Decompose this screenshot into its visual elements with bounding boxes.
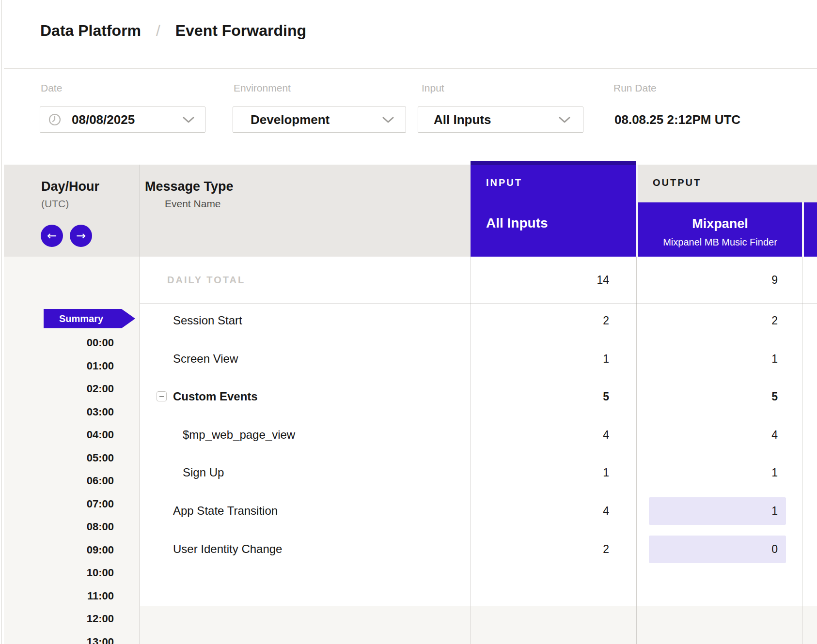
- input-count-cell: 5: [480, 389, 609, 404]
- input-count-cell: 4: [480, 427, 609, 443]
- daily-total-input-value: 14: [480, 272, 609, 288]
- output-count-cell: 2: [646, 313, 778, 328]
- message-input-column-divider: [471, 257, 471, 644]
- daily-total-separator: [140, 304, 817, 304]
- input-count-cell: 4: [480, 503, 609, 519]
- output-count-cell: 4: [646, 427, 778, 443]
- day-hour-column-subtitle: (UTC): [41, 198, 69, 210]
- mixpanel-output-subtitle: Mixpanel MB Music Finder: [638, 236, 802, 248]
- date-dropdown-value: 08/08/2025: [72, 107, 135, 133]
- row-label: User Identity Change: [173, 541, 282, 557]
- message-type-column-title: Message Type: [145, 179, 234, 194]
- input-output-column-divider: [636, 257, 637, 644]
- environment-chevron-down-icon: [382, 117, 394, 123]
- input-column-name: All Inputs: [486, 215, 548, 232]
- output-count-cell: 1: [646, 465, 778, 480]
- next-output-header-partial[interactable]: [804, 202, 817, 257]
- input-column-header[interactable]: [471, 161, 636, 257]
- row-label: Sign Up: [183, 464, 224, 481]
- breadcrumb-section[interactable]: Data Platform: [40, 22, 141, 39]
- input-filter-label: Input: [422, 81, 444, 95]
- hour-label-1300[interactable]: 13:00: [4, 635, 114, 644]
- input-dropdown-value: All Inputs: [434, 107, 491, 133]
- environment-filter-label: Environment: [234, 81, 291, 95]
- clock-icon: [48, 113, 61, 126]
- next-day-button[interactable]: →: [70, 225, 92, 247]
- row-label: Session Start: [173, 312, 242, 329]
- hour-label-0100[interactable]: 01:00: [4, 359, 114, 373]
- collapse-icon[interactable]: [157, 391, 167, 401]
- input-count-cell: 1: [480, 351, 609, 367]
- output-count-cell: 1: [646, 351, 778, 367]
- date-chevron-down-icon: [182, 117, 195, 123]
- breadcrumb-divider: /: [145, 22, 171, 39]
- previous-day-button[interactable]: ←: [41, 225, 63, 247]
- header-divider: [4, 68, 817, 69]
- hour-label-0300[interactable]: 03:00: [4, 405, 114, 419]
- output-columns-divider: [802, 257, 802, 644]
- breadcrumb: Data Platform / Event Forwarding: [40, 19, 306, 42]
- row-label: App State Transition: [173, 503, 278, 519]
- input-count-cell: 1: [480, 465, 609, 480]
- minus-glyph: [159, 396, 164, 397]
- hour-label-0400[interactable]: 04:00: [4, 428, 114, 442]
- environment-dropdown-value: Development: [251, 107, 330, 133]
- summary-row-badge[interactable]: Summary: [44, 309, 135, 328]
- hour-label-0500[interactable]: 05:00: [4, 451, 114, 465]
- hour-label-0900[interactable]: 09:00: [4, 543, 114, 557]
- hour-label-0000[interactable]: 00:00: [4, 336, 114, 350]
- hour-label-0800[interactable]: 08:00: [4, 520, 114, 534]
- event-forwarding-page: Data Platform / Event Forwarding Date En…: [0, 0, 817, 644]
- output-count-cell: 5: [646, 389, 778, 404]
- run-date-label: Run Date: [613, 81, 657, 95]
- rail-column-divider: [140, 165, 140, 644]
- daily-total-label: DAILY TOTAL: [167, 273, 245, 287]
- below-rows-panel: [4, 606, 817, 644]
- input-column-eyebrow: INPUT: [486, 176, 522, 189]
- hour-label-0200[interactable]: 02:00: [4, 382, 114, 396]
- mixpanel-output-name: Mixpanel: [638, 215, 802, 232]
- input-chevron-down-icon: [558, 117, 571, 123]
- row-label: $mp_web_page_view: [183, 427, 295, 443]
- date-filter-label: Date: [41, 81, 62, 95]
- output-count-cell: 1: [646, 503, 778, 519]
- breadcrumb-page-title: Event Forwarding: [175, 22, 306, 39]
- input-count-cell: 2: [480, 313, 609, 328]
- hour-label-0600[interactable]: 06:00: [4, 474, 114, 488]
- input-count-cell: 2: [480, 541, 609, 557]
- hour-label-1200[interactable]: 12:00: [4, 612, 114, 626]
- run-date-value: 08.08.25 2:12PM UTC: [614, 107, 740, 133]
- window-left-edge: [1, 0, 2, 644]
- row-label: Screen View: [173, 351, 238, 367]
- hour-label-1100[interactable]: 11:00: [4, 589, 114, 603]
- daily-total-output-value: 9: [646, 272, 778, 288]
- day-hour-column-title: Day/Hour: [41, 179, 99, 194]
- row-label: Custom Events: [173, 388, 258, 405]
- output-count-cell: 0: [646, 541, 778, 557]
- hour-label-1000[interactable]: 10:00: [4, 566, 114, 580]
- hour-label-0700[interactable]: 07:00: [4, 497, 114, 511]
- event-name-column-subtitle: Event Name: [165, 198, 221, 210]
- output-column-eyebrow: OUTPUT: [653, 176, 701, 189]
